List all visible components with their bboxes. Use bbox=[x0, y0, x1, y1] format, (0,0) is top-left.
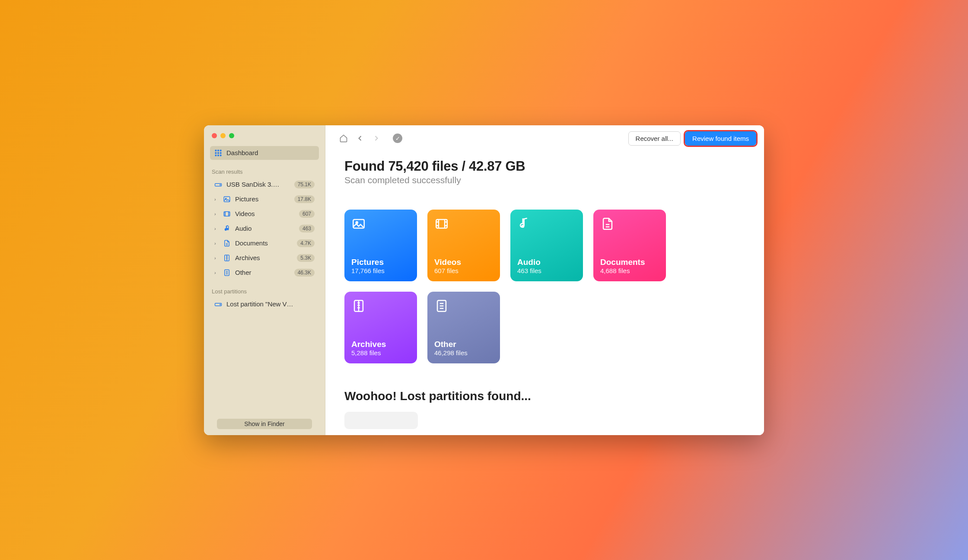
card-audio[interactable]: Audio 463 files bbox=[510, 210, 583, 281]
svg-rect-21 bbox=[436, 220, 447, 228]
svg-rect-13 bbox=[224, 211, 230, 216]
nav-back-icon[interactable] bbox=[354, 132, 366, 144]
chevron-right-icon: › bbox=[214, 241, 219, 246]
audio-icon bbox=[517, 216, 532, 231]
chevron-right-icon: › bbox=[214, 270, 219, 275]
content-area: Found 75,420 files / 42.87 GB Scan compl… bbox=[325, 150, 764, 435]
card-title: Videos bbox=[434, 258, 493, 267]
card-title: Archives bbox=[351, 340, 410, 349]
drive-icon bbox=[214, 300, 222, 308]
sidebar-section-lost-partitions: Lost partitions bbox=[210, 280, 319, 297]
sidebar-item-label: Other bbox=[235, 269, 290, 276]
svg-rect-0 bbox=[215, 150, 217, 151]
window-controls bbox=[210, 130, 319, 146]
sidebar-item-badge: 463 bbox=[299, 225, 315, 232]
sidebar-item-pictures[interactable]: › Pictures 17.8K bbox=[210, 192, 319, 206]
svg-rect-6 bbox=[215, 154, 217, 156]
home-icon[interactable] bbox=[338, 132, 350, 144]
sidebar-item-badge: 5.3K bbox=[297, 254, 315, 262]
sidebar-item-lost-partition[interactable]: Lost partition "New V… bbox=[210, 297, 319, 311]
card-other[interactable]: Other 46,298 files bbox=[427, 292, 500, 363]
sidebar-item-label: Audio bbox=[235, 225, 295, 232]
sidebar-item-documents[interactable]: › Documents 4.7K bbox=[210, 236, 319, 250]
svg-rect-1 bbox=[217, 150, 219, 151]
sidebar-item-other[interactable]: › Other 46.3K bbox=[210, 266, 319, 280]
sidebar-item-videos[interactable]: › Videos 607 bbox=[210, 207, 319, 221]
close-window-button[interactable] bbox=[212, 133, 217, 138]
svg-point-18 bbox=[220, 304, 221, 305]
card-pictures[interactable]: Pictures 17,766 files bbox=[344, 210, 417, 281]
card-videos[interactable]: Videos 607 files bbox=[427, 210, 500, 281]
picture-icon bbox=[223, 195, 231, 203]
drive-icon bbox=[214, 181, 222, 188]
card-title: Documents bbox=[600, 258, 659, 267]
sidebar-item-badge: 17.8K bbox=[294, 195, 315, 203]
video-icon bbox=[434, 216, 449, 231]
sidebar-item-label: Documents bbox=[235, 239, 293, 247]
chevron-right-icon: › bbox=[214, 211, 219, 216]
grid-icon bbox=[214, 149, 222, 157]
card-subtitle: 463 files bbox=[517, 267, 576, 274]
svg-rect-7 bbox=[217, 154, 219, 156]
category-cards: Pictures 17,766 files Videos 607 files bbox=[344, 210, 745, 363]
other-icon bbox=[434, 299, 449, 313]
svg-rect-4 bbox=[217, 152, 219, 154]
main-panel: ✓ Recover all... Review found items Foun… bbox=[325, 125, 764, 435]
archive-icon bbox=[223, 254, 231, 262]
document-icon bbox=[223, 239, 231, 247]
nav-forward-icon bbox=[370, 132, 382, 144]
sidebar-section-scan-results: Scan results bbox=[210, 161, 319, 178]
card-archives[interactable]: Archives 5,288 files bbox=[344, 292, 417, 363]
svg-rect-5 bbox=[220, 152, 222, 154]
picture-icon bbox=[351, 216, 366, 231]
sidebar-item-badge: 607 bbox=[299, 210, 315, 218]
chevron-right-icon: › bbox=[214, 255, 219, 261]
sidebar-footer: Show in Finder bbox=[210, 414, 319, 429]
sidebar-item-label: USB SanDisk 3.… bbox=[226, 181, 290, 188]
card-title: Pictures bbox=[351, 258, 410, 267]
sidebar-item-badge: 46.3K bbox=[294, 269, 315, 277]
recover-all-button[interactable]: Recover all... bbox=[628, 131, 681, 146]
archive-icon bbox=[351, 299, 366, 313]
page-title: Found 75,420 files / 42.87 GB bbox=[344, 159, 745, 174]
card-title: Other bbox=[434, 340, 493, 349]
svg-rect-8 bbox=[220, 154, 222, 156]
lost-partition-card[interactable] bbox=[344, 412, 418, 429]
card-title: Audio bbox=[517, 258, 576, 267]
sidebar-item-drive[interactable]: USB SanDisk 3.… 75.1K bbox=[210, 178, 319, 191]
video-icon bbox=[223, 210, 231, 218]
card-documents[interactable]: Documents 4,688 files bbox=[593, 210, 666, 281]
lost-partitions-heading: Woohoo! Lost partitions found... bbox=[344, 389, 745, 403]
sidebar-item-badge: 75.1K bbox=[294, 181, 315, 188]
toolbar: ✓ Recover all... Review found items bbox=[325, 125, 764, 150]
review-found-items-button[interactable]: Review found items bbox=[685, 131, 756, 146]
sidebar-item-badge: 4.7K bbox=[297, 239, 315, 247]
sidebar-item-audio[interactable]: › Audio 463 bbox=[210, 222, 319, 235]
svg-rect-3 bbox=[215, 152, 217, 154]
sidebar-item-label: Videos bbox=[235, 210, 295, 217]
sidebar-item-dashboard[interactable]: Dashboard bbox=[210, 146, 319, 160]
sidebar-item-archives[interactable]: › Archives 5.3K bbox=[210, 251, 319, 265]
sidebar-item-label: Dashboard bbox=[226, 149, 315, 156]
sidebar-item-label: Archives bbox=[235, 254, 293, 261]
card-subtitle: 4,688 files bbox=[600, 267, 659, 274]
minimize-window-button[interactable] bbox=[220, 133, 226, 138]
show-in-finder-button[interactable]: Show in Finder bbox=[217, 419, 312, 429]
audio-icon bbox=[223, 225, 231, 232]
other-icon bbox=[223, 269, 231, 277]
document-icon bbox=[600, 216, 615, 231]
sidebar: Dashboard Scan results USB SanDisk 3.… 7… bbox=[204, 125, 325, 435]
zoom-window-button[interactable] bbox=[229, 133, 234, 138]
card-subtitle: 607 files bbox=[434, 267, 493, 274]
status-check-icon: ✓ bbox=[393, 134, 402, 143]
sidebar-item-label: Lost partition "New V… bbox=[226, 300, 315, 308]
chevron-right-icon: › bbox=[214, 226, 219, 231]
svg-point-10 bbox=[220, 185, 221, 185]
sidebar-item-label: Pictures bbox=[235, 195, 290, 203]
card-subtitle: 17,766 files bbox=[351, 267, 410, 274]
chevron-right-icon: › bbox=[214, 197, 219, 202]
svg-point-14 bbox=[225, 229, 226, 231]
app-window: Dashboard Scan results USB SanDisk 3.… 7… bbox=[204, 125, 764, 435]
card-subtitle: 5,288 files bbox=[351, 349, 410, 356]
page-subtitle: Scan completed successfully bbox=[344, 175, 745, 185]
